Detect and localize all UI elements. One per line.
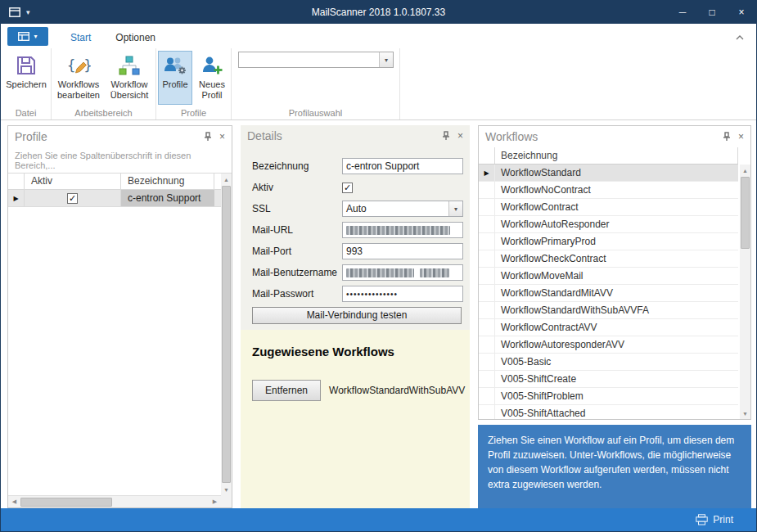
pin-icon[interactable]: [204, 132, 212, 142]
column-header-bezeichnung[interactable]: Bezeichnung: [495, 147, 738, 164]
workflow-row[interactable]: WorkflowAutoResponder: [479, 216, 738, 233]
workflow-row[interactable]: WorkflowNoContract: [479, 182, 738, 199]
ssl-select[interactable]: Auto ▾: [342, 201, 463, 217]
mail-url-input[interactable]: [342, 222, 463, 238]
dropdown-icon[interactable]: ▾: [379, 52, 393, 67]
workflows-grid-header: Bezeichnung: [479, 147, 738, 165]
profile-grid-row[interactable]: ▶ ✓ c-entron Support: [8, 190, 221, 207]
workflow-row[interactable]: V005-ShiftProblem: [479, 388, 738, 405]
mail-password-input[interactable]: ••••••••••••••: [342, 286, 463, 302]
scrollbar-thumb[interactable]: [20, 498, 112, 507]
workflow-row-label: WorkflowAutoresponderAVV: [495, 336, 624, 353]
minimize-button[interactable]: ─: [668, 1, 697, 24]
workflow-row[interactable]: ▶ WorkflowStandard: [479, 165, 738, 182]
workflow-row-label: V005-ShiftCreate: [495, 371, 576, 387]
remove-button[interactable]: Entfernen: [252, 380, 321, 401]
pin-icon[interactable]: [723, 132, 731, 142]
scroll-up-icon[interactable]: ▲: [740, 165, 750, 176]
profile-name-cell[interactable]: c-entron Support: [121, 190, 214, 206]
scroll-down-icon[interactable]: ▼: [221, 484, 232, 495]
workflow-row[interactable]: V005-ShiftCreate: [479, 371, 738, 388]
group-by-hint: Ziehen Sie eine Spaltenüberschrift in di…: [8, 147, 232, 174]
mail-username-input[interactable]: [342, 264, 463, 281]
profiles-panel-header: Profile ×: [8, 126, 232, 147]
mail-username-label: Mail-Benutzername: [252, 267, 342, 278]
redacted-value: [346, 226, 450, 235]
print-button[interactable]: Print: [696, 514, 733, 525]
profile-select-combobox[interactable]: ▾: [238, 52, 394, 68]
tab-optionen[interactable]: Optionen: [103, 26, 168, 48]
close-panel-icon[interactable]: ×: [219, 132, 225, 142]
workflow-row[interactable]: WorkflowStandardWithSubAVVFA: [479, 302, 738, 319]
workflow-row[interactable]: WorkflowMoveMail: [479, 268, 738, 285]
row-indicator: [479, 302, 495, 318]
workflow-row[interactable]: V005-Basic: [479, 354, 738, 371]
scroll-right-icon[interactable]: ▶: [209, 498, 221, 505]
close-panel-icon[interactable]: ×: [738, 132, 744, 142]
group-label-profilauswahl: Profilauswahl: [232, 108, 399, 118]
app-menu-icon: [18, 32, 29, 41]
workflow-row[interactable]: WorkflowStandardMitAVV: [479, 285, 738, 302]
profile-button-label: Profile: [162, 79, 187, 90]
row-indicator: [479, 250, 495, 267]
scroll-left-icon[interactable]: ◀: [8, 498, 20, 505]
workflow-row[interactable]: WorkflowAutoresponderAVV: [479, 336, 738, 354]
close-panel-icon[interactable]: ×: [457, 131, 463, 141]
workflow-row-label: WorkflowStandardMitAVV: [495, 285, 613, 301]
pin-icon[interactable]: [442, 131, 450, 141]
ribbon-group-profilauswahl: ▾ Profilauswahl: [232, 48, 400, 119]
horizontal-scrollbar[interactable]: ◀ ▶: [8, 495, 221, 507]
column-header-bezeichnung[interactable]: Bezeichnung: [121, 174, 214, 189]
statusbar: Print: [1, 508, 756, 531]
app-window: ▾ MailScanner 2018 1.0.1807.33 ─ □ × ▾ S…: [0, 0, 757, 532]
redacted-value: [346, 268, 414, 277]
new-profile-button[interactable]: Neues Profil: [194, 51, 230, 105]
workflow-overview-label: Workflow Übersicht: [106, 79, 152, 100]
app-window-icon: [9, 7, 20, 17]
scrollbar-thumb[interactable]: [741, 177, 750, 249]
dropdown-icon[interactable]: ▾: [448, 201, 462, 216]
workflow-row[interactable]: WorkflowContractAVV: [479, 319, 738, 336]
scroll-down-icon[interactable]: ▼: [740, 408, 750, 419]
vertical-scrollbar[interactable]: ▲ ▼: [740, 165, 750, 419]
test-connection-button[interactable]: Mail-Verbindung testen: [252, 307, 462, 324]
maximize-button[interactable]: □: [697, 1, 727, 24]
row-indicator: [479, 216, 495, 232]
workflow-row[interactable]: WorkflowCheckContract: [479, 250, 738, 268]
aktiv-checkbox[interactable]: ✓: [342, 183, 353, 193]
tab-start[interactable]: Start: [58, 26, 103, 48]
mail-port-label: Mail-Port: [252, 246, 342, 257]
workflow-row[interactable]: WorkflowContract: [479, 199, 738, 216]
bezeichnung-label: Bezeichnung: [252, 160, 342, 172]
profile-button[interactable]: Profile: [158, 51, 192, 105]
aktiv-checkbox[interactable]: ✓: [67, 193, 78, 204]
indicator-column-header: [479, 147, 495, 164]
vertical-scrollbar[interactable]: ▲ ▼: [221, 174, 232, 495]
edit-workflows-button[interactable]: { } Workflows bearbeiten: [54, 51, 103, 105]
braces-pencil-icon: { }: [66, 52, 91, 79]
workflow-row-label: V005-Basic: [495, 354, 551, 370]
ribbon-collapse-button[interactable]: [733, 32, 746, 43]
workflow-row-label: WorkflowPrimaryProd: [495, 233, 596, 250]
mail-port-input[interactable]: 993: [342, 243, 463, 259]
qat-dropdown-icon[interactable]: ▾: [26, 8, 30, 16]
app-menu-button[interactable]: ▾: [7, 27, 48, 46]
main-area: Profile × Ziehen Sie eine Spaltenübersch…: [1, 120, 756, 510]
save-button[interactable]: Speichern: [5, 51, 47, 105]
workflows-panel-header: Workflows ×: [479, 126, 750, 147]
close-button[interactable]: ×: [727, 1, 756, 24]
details-panel-title: Details: [247, 129, 442, 142]
indicator-column-header: [8, 174, 25, 189]
row-indicator: [479, 182, 495, 198]
window-title: MailScanner 2018 1.0.1807.33: [1, 7, 756, 18]
workflow-row[interactable]: WorkflowPrimaryProd: [479, 233, 738, 250]
scrollbar-corner: [221, 495, 232, 507]
scroll-up-icon[interactable]: ▲: [221, 174, 232, 185]
bezeichnung-input[interactable]: c-entron Support: [342, 158, 463, 174]
column-header-aktiv[interactable]: Aktiv: [25, 174, 121, 189]
profiles-grid-header: Aktiv Bezeichnung: [8, 174, 221, 190]
workflow-overview-button[interactable]: Workflow Übersicht: [106, 51, 153, 105]
workflow-row[interactable]: V005-ShiftAttached: [479, 405, 738, 419]
row-indicator: [479, 371, 495, 387]
scrollbar-thumb[interactable]: [222, 186, 231, 483]
